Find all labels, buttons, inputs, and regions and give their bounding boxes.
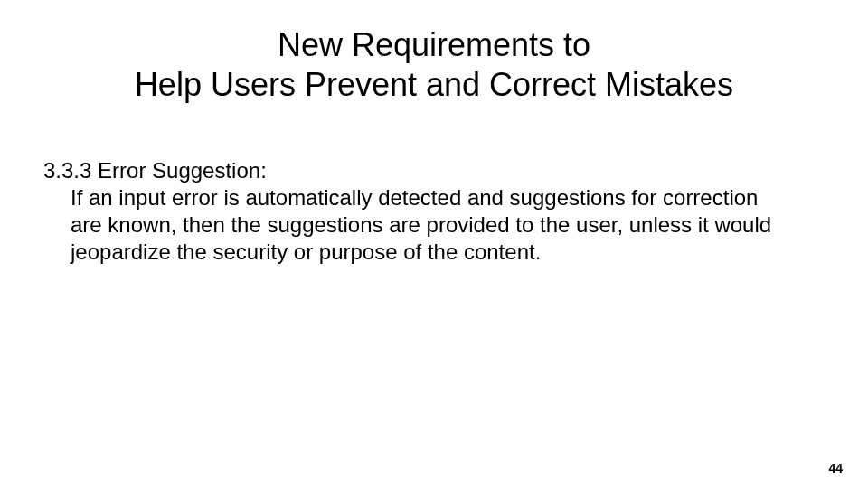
section-body: If an input error is automatically detec… [43, 184, 776, 266]
page-number: 44 [828, 461, 843, 475]
slide-content: 3.3.3 Error Suggestion: If an input erro… [43, 157, 825, 266]
section-heading: 3.3.3 Error Suggestion: [43, 157, 825, 184]
slide-container: New Requirements toHelp Users Prevent an… [0, 0, 868, 488]
slide-title: New Requirements toHelp Users Prevent an… [43, 25, 825, 105]
